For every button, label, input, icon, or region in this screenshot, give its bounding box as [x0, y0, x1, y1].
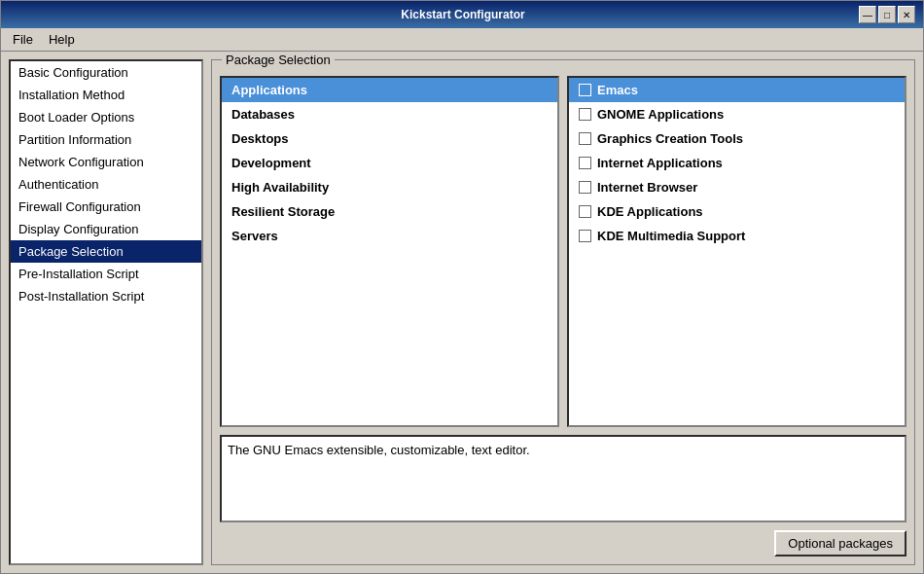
sidebar-item-firewall-configuration[interactable]: Firewall Configuration	[11, 196, 201, 218]
optional-packages-button[interactable]: Optional packages	[774, 530, 906, 556]
package-item[interactable]: Internet Browser	[569, 175, 905, 199]
sidebar-item-display-configuration[interactable]: Display Configuration	[11, 218, 201, 240]
category-item[interactable]: Resilient Storage	[222, 199, 557, 224]
maximize-button[interactable]: □	[878, 6, 896, 23]
content-area: Basic ConfigurationInstallation MethodBo…	[1, 52, 923, 573]
close-button[interactable]: ✕	[898, 6, 915, 23]
category-item[interactable]: Development	[222, 151, 557, 175]
sidebar-item-basic-configuration[interactable]: Basic Configuration	[11, 61, 201, 84]
package-label: Graphics Creation Tools	[597, 131, 743, 146]
category-list-wrapper: ApplicationsDatabasesDesktopsDevelopment…	[220, 76, 559, 427]
package-label: GNOME Applications	[597, 107, 724, 122]
category-item[interactable]: Desktops	[222, 126, 557, 151]
description-box: The GNU Emacs extensible, customizable, …	[220, 435, 906, 522]
main-panel: Package Selection ApplicationsDatabasesD…	[211, 59, 915, 565]
bottom-row: Optional packages	[220, 530, 906, 556]
package-item[interactable]: GNOME Applications	[569, 102, 905, 126]
package-checkbox[interactable]	[579, 205, 591, 218]
package-label: Emacs	[597, 83, 638, 97]
package-item[interactable]: Internet Applications	[569, 151, 905, 175]
window-controls: — □ ✕	[859, 6, 915, 23]
sidebar-item-package-selection[interactable]: Package Selection	[11, 240, 201, 263]
minimize-button[interactable]: —	[859, 6, 876, 23]
sidebar-item-installation-method[interactable]: Installation Method	[11, 84, 201, 106]
group-legend: Package Selection	[222, 53, 335, 67]
package-checkbox[interactable]	[579, 157, 591, 169]
package-checkbox[interactable]	[579, 230, 591, 242]
package-label: KDE Multimedia Support	[597, 229, 745, 243]
sidebar-item-post-installation-script[interactable]: Post-Installation Script	[11, 285, 201, 307]
title-bar: Kickstart Configurator — □ ✕	[1, 1, 923, 28]
package-label: Internet Browser	[597, 180, 697, 195]
package-list-wrapper: EmacsGNOME ApplicationsGraphics Creation…	[567, 76, 906, 427]
sidebar-item-boot-loader-options[interactable]: Boot Loader Options	[11, 106, 201, 128]
window-title: Kickstart Configurator	[67, 8, 859, 21]
package-item[interactable]: Emacs	[569, 78, 905, 102]
package-label: KDE Applications	[597, 204, 703, 219]
category-item[interactable]: Servers	[222, 224, 557, 248]
package-item[interactable]: KDE Multimedia Support	[569, 224, 905, 248]
menu-file[interactable]: File	[5, 30, 41, 49]
lists-container: ApplicationsDatabasesDesktopsDevelopment…	[220, 76, 906, 427]
package-checkbox[interactable]	[579, 108, 591, 121]
menu-help[interactable]: Help	[41, 30, 83, 49]
category-list: ApplicationsDatabasesDesktopsDevelopment…	[220, 76, 559, 427]
sidebar: Basic ConfigurationInstallation MethodBo…	[9, 59, 203, 565]
package-checkbox[interactable]	[579, 181, 591, 194]
sidebar-item-authentication[interactable]: Authentication	[11, 173, 201, 196]
package-item[interactable]: KDE Applications	[569, 199, 905, 224]
package-list: EmacsGNOME ApplicationsGraphics Creation…	[567, 76, 906, 427]
category-item[interactable]: Databases	[222, 102, 557, 126]
category-item[interactable]: Applications	[222, 78, 557, 102]
package-checkbox[interactable]	[579, 84, 591, 96]
sidebar-item-partition-information[interactable]: Partition Information	[11, 128, 201, 151]
sidebar-item-network-configuration[interactable]: Network Configuration	[11, 151, 201, 173]
menu-bar: File Help	[1, 28, 923, 52]
package-selection-group: Package Selection ApplicationsDatabasesD…	[211, 59, 915, 565]
main-window: Kickstart Configurator — □ ✕ File Help B…	[0, 0, 924, 574]
package-checkbox[interactable]	[579, 132, 591, 145]
package-label: Internet Applications	[597, 156, 723, 170]
category-item[interactable]: High Availability	[222, 175, 557, 199]
package-item[interactable]: Graphics Creation Tools	[569, 126, 905, 151]
sidebar-item-pre-installation-script[interactable]: Pre-Installation Script	[11, 263, 201, 285]
